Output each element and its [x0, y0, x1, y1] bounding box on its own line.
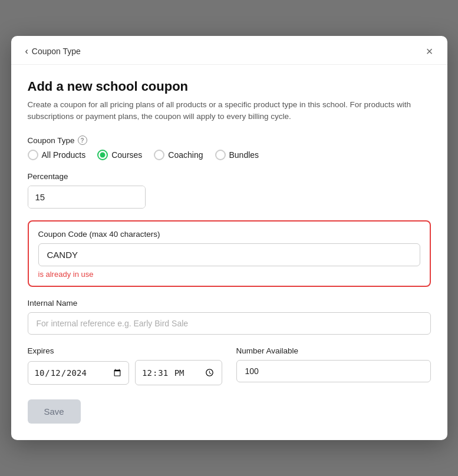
back-button[interactable]: ‹ Coupon Type [25, 46, 81, 57]
radio-coaching[interactable] [154, 150, 164, 160]
number-available-input[interactable] [236, 360, 431, 382]
modal-description: Create a coupon for all pricing plans of… [28, 99, 431, 123]
coupon-code-section: Coupon Code (max 40 characters) is alrea… [28, 220, 431, 287]
radio-label-bundles: Bundles [229, 150, 259, 160]
internal-name-group: Internal Name [28, 299, 431, 335]
coupon-code-error: is already in use [38, 270, 420, 279]
expires-time-input[interactable] [135, 360, 222, 385]
close-button[interactable]: × [426, 45, 433, 57]
radio-option-coaching[interactable]: Coaching [154, 150, 203, 160]
modal: ‹ Coupon Type × Add a new school coupon … [11, 36, 447, 440]
back-label: Coupon Type [32, 47, 81, 56]
modal-title: Add a new school coupon [28, 79, 431, 94]
percentage-wrapper: % [28, 186, 146, 209]
radio-option-all-products[interactable]: All Products [28, 150, 86, 160]
modal-overlay: ‹ Coupon Type × Add a new school coupon … [0, 0, 458, 476]
percentage-label: Percentage [28, 172, 431, 181]
save-button[interactable]: Save [28, 399, 81, 424]
percentage-group: Percentage % [28, 172, 431, 209]
date-time-wrapper [28, 360, 222, 385]
internal-name-label: Internal Name [28, 299, 431, 308]
radio-all-products[interactable] [28, 150, 38, 160]
radio-option-courses[interactable]: Courses [97, 150, 142, 160]
radio-courses[interactable] [97, 150, 108, 160]
expires-row: Expires Number Available [28, 346, 431, 385]
radio-label-all-products: All Products [42, 150, 86, 160]
expires-date-input[interactable] [28, 361, 130, 385]
modal-header: ‹ Coupon Type × [11, 36, 447, 65]
coupon-type-label: Coupon Type ? [28, 135, 431, 145]
expires-label: Expires [28, 346, 222, 355]
internal-name-input[interactable] [28, 312, 431, 335]
coupon-type-group: Coupon Type ? All Products Courses Coach… [28, 135, 431, 160]
modal-body: Add a new school coupon Create a coupon … [11, 65, 447, 440]
expires-col: Expires [28, 346, 222, 385]
back-arrow-icon: ‹ [25, 46, 28, 57]
help-icon[interactable]: ? [78, 135, 87, 145]
radio-option-bundles[interactable]: Bundles [215, 150, 259, 160]
coupon-type-radio-group: All Products Courses Coaching Bundles [28, 150, 431, 160]
number-available-label: Number Available [236, 346, 431, 355]
radio-bundles[interactable] [215, 150, 226, 160]
radio-label-courses: Courses [111, 150, 142, 160]
number-available-col: Number Available [236, 346, 431, 385]
percentage-input[interactable] [28, 186, 146, 208]
radio-label-coaching: Coaching [168, 150, 203, 160]
coupon-code-label: Coupon Code (max 40 characters) [38, 230, 420, 239]
coupon-code-input[interactable] [38, 243, 420, 266]
